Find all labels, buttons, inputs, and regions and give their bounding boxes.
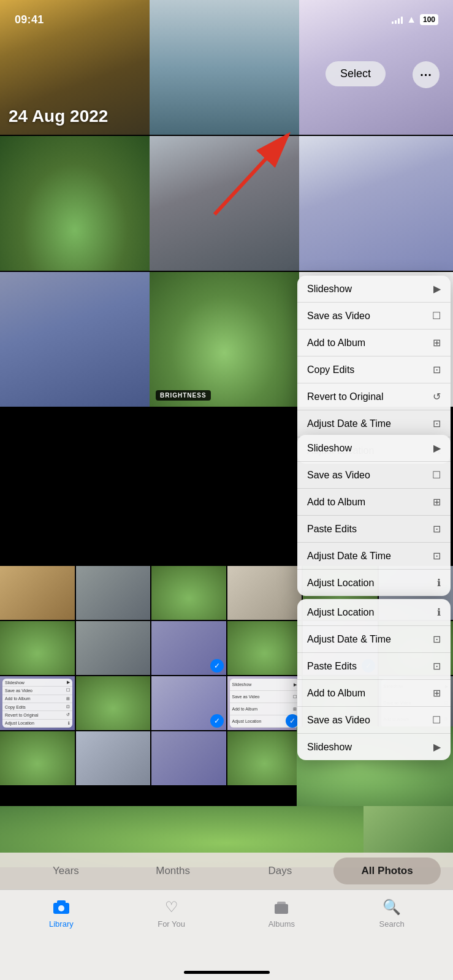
search-icon: 🔍 xyxy=(382,897,402,917)
thumb-phone-1[interactable]: ✓ xyxy=(151,621,226,675)
svg-rect-3 xyxy=(57,900,66,904)
check-badge-1: ✓ xyxy=(210,659,224,673)
tab-albums-label: Albums xyxy=(268,919,295,929)
menu1-revert[interactable]: Revert to Original ↺ xyxy=(297,383,451,410)
wifi-icon: ▲ xyxy=(406,14,416,25)
thumb-bag-2[interactable] xyxy=(76,621,151,675)
albums-icon xyxy=(272,897,291,917)
thumb-phone-4[interactable] xyxy=(151,731,226,785)
second-photo-row xyxy=(0,135,453,270)
menu3-adjust-date[interactable]: Adjust Date & Time ⊡ xyxy=(297,626,451,653)
tab-bar: Library ♡ For You Albums 🔍 Search xyxy=(0,889,453,980)
menu1-adjust-date[interactable]: Adjust Date & Time ⊡ xyxy=(297,410,451,437)
thumb-plant-6[interactable] xyxy=(76,676,151,730)
svg-rect-5 xyxy=(275,904,288,914)
thumb-phone-3[interactable]: ✓ xyxy=(151,676,226,730)
thumb-keyboard[interactable] xyxy=(227,566,302,620)
menu2-save-video[interactable]: Save as Video ☐ xyxy=(297,462,451,489)
status-icons: ▲ 100 xyxy=(392,14,438,25)
menu1-add-album[interactable]: Add to Album ⊞ xyxy=(297,330,451,356)
tab-library[interactable]: Library xyxy=(37,897,86,929)
thumb-plant-8[interactable] xyxy=(0,731,75,785)
status-time: 09:41 xyxy=(15,13,44,26)
thumb-phone-2[interactable]: Slideshow▶ Save as Video☐ Add to Album⊞ … xyxy=(0,676,75,730)
mini-menu-1: Slideshow▶ Save as Video☐ Add to Album⊞ … xyxy=(2,679,72,728)
thumb-plant-9[interactable] xyxy=(227,731,302,785)
thumb-plant-4[interactable] xyxy=(227,621,302,675)
view-switcher: Years Months Days All Photos xyxy=(0,853,453,889)
battery-badge: 100 xyxy=(420,14,438,25)
context-menu-2: Slideshow ▶ Save as Video ☐ Add to Album… xyxy=(297,435,451,596)
thumb-plant-1[interactable] xyxy=(151,566,226,620)
photo-plant-mid[interactable]: BRIGHTNESS xyxy=(150,272,299,407)
view-tab-months[interactable]: Months xyxy=(120,858,227,884)
status-bar: 09:41 ▲ 100 xyxy=(0,0,453,33)
select-button[interactable]: Select xyxy=(325,61,386,86)
menu3-save-video[interactable]: Save as Video ☐ xyxy=(297,707,451,734)
menu2-adjust-date[interactable]: Adjust Date & Time ⊡ xyxy=(297,543,451,570)
check-badge-3: ✓ xyxy=(210,714,224,728)
view-tab-days[interactable]: Days xyxy=(227,858,334,884)
photo-plant-pot[interactable] xyxy=(0,136,150,271)
context-menu-3: Adjust Location ℹ Adjust Date & Time ⊡ P… xyxy=(297,599,451,760)
thumb-cafe[interactable] xyxy=(0,566,75,620)
thumb-bag-1[interactable] xyxy=(76,566,151,620)
menu3-slideshow[interactable]: Slideshow ▶ xyxy=(297,734,451,760)
menu1-save-video[interactable]: Save as Video ☐ xyxy=(297,303,451,330)
menu2-adjust-location[interactable]: Adjust Location ℹ xyxy=(297,570,451,596)
svg-point-4 xyxy=(58,905,64,911)
tab-albums[interactable]: Albums xyxy=(257,897,306,929)
library-icon xyxy=(51,897,71,917)
tab-library-label: Library xyxy=(49,919,74,929)
photo-phone-flat[interactable] xyxy=(299,136,453,271)
more-label: ··· xyxy=(420,69,432,81)
for-you-icon: ♡ xyxy=(162,897,181,917)
photo-date: 24 Aug 2022 xyxy=(9,107,108,126)
svg-rect-6 xyxy=(277,902,286,905)
menu2-add-album[interactable]: Add to Album ⊞ xyxy=(297,489,451,516)
more-button[interactable]: ··· xyxy=(413,61,440,88)
view-tab-years[interactable]: Years xyxy=(12,858,120,884)
photo-bag[interactable] xyxy=(150,136,299,271)
view-tab-all-photos[interactable]: All Photos xyxy=(333,858,441,884)
tab-search[interactable]: 🔍 Search xyxy=(367,897,416,929)
menu3-add-album[interactable]: Add to Album ⊞ xyxy=(297,680,451,707)
tab-search-label: Search xyxy=(379,919,405,929)
select-label: Select xyxy=(340,67,371,80)
menu3-paste-edits[interactable]: Paste Edits ⊡ xyxy=(297,653,451,680)
thumb-plant-3[interactable] xyxy=(0,621,75,675)
tab-for-you[interactable]: ♡ For You xyxy=(147,897,196,929)
menu3-adjust-location[interactable]: Adjust Location ℹ xyxy=(297,599,451,626)
home-indicator xyxy=(184,971,270,974)
brightness-badge: BRIGHTNESS xyxy=(156,390,211,401)
menu2-slideshow[interactable]: Slideshow ▶ xyxy=(297,435,451,462)
tab-for-you-label: For You xyxy=(158,919,185,929)
photo-phone-back[interactable] xyxy=(0,272,150,407)
menu1-copy-edits[interactable]: Copy Edits ⊡ xyxy=(297,356,451,383)
thumb-purple-2[interactable]: Slideshow▶ Save as Video☐ Add to Album⊞ … xyxy=(227,676,302,730)
thumb-sofa[interactable] xyxy=(76,731,151,785)
menu1-slideshow[interactable]: Slideshow ▶ xyxy=(297,276,451,303)
signal-icon xyxy=(392,15,403,24)
menu2-paste-edits[interactable]: Paste Edits ⊡ xyxy=(297,516,451,543)
